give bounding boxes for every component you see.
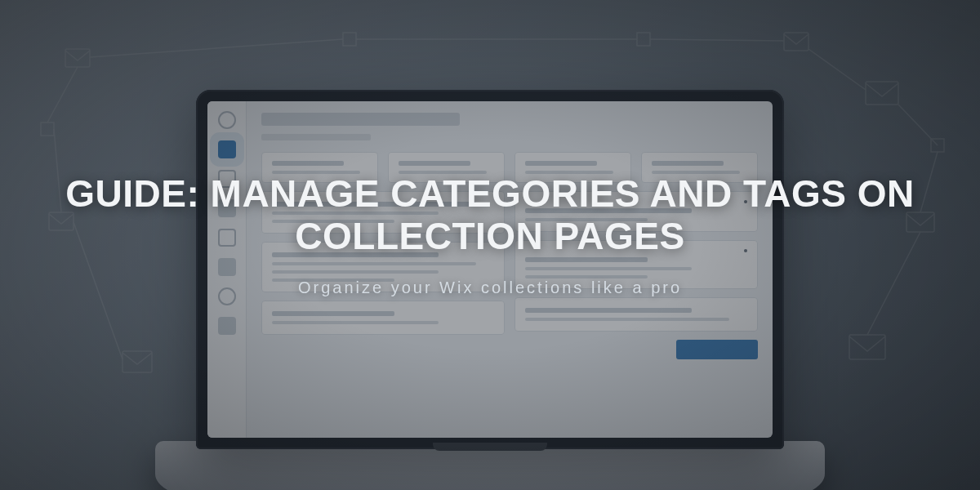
svg-rect-8 bbox=[637, 33, 650, 46]
svg-line-20 bbox=[47, 67, 78, 122]
hero-banner: GUIDE: MANAGE CATEGORIES AND TAGS ON COL… bbox=[0, 0, 980, 490]
svg-rect-9 bbox=[931, 139, 944, 152]
svg-rect-10 bbox=[41, 122, 54, 136]
svg-rect-7 bbox=[343, 33, 356, 46]
svg-rect-2 bbox=[122, 351, 152, 372]
primary-button bbox=[676, 340, 758, 359]
svg-line-13 bbox=[650, 39, 784, 41]
content-block bbox=[514, 297, 758, 332]
user-icon bbox=[218, 111, 236, 129]
svg-rect-4 bbox=[784, 33, 808, 51]
hero-title: GUIDE: MANAGE CATEGORIES AND TAGS ON COL… bbox=[49, 173, 931, 257]
g-icon bbox=[218, 317, 236, 335]
page-subtitle-placeholder bbox=[261, 134, 371, 140]
page-title-placeholder bbox=[261, 113, 460, 126]
svg-rect-3 bbox=[849, 335, 885, 359]
search-icon bbox=[218, 140, 236, 158]
hero-text: GUIDE: MANAGE CATEGORIES AND TAGS ON COL… bbox=[49, 173, 931, 297]
svg-rect-1 bbox=[866, 82, 898, 105]
svg-line-11 bbox=[90, 39, 343, 57]
svg-rect-0 bbox=[65, 49, 90, 67]
hero-subtitle: Organize your Wix collections like a pro bbox=[49, 278, 931, 297]
content-block bbox=[261, 301, 505, 335]
laptop-hinge bbox=[433, 443, 547, 451]
svg-line-15 bbox=[898, 105, 938, 145]
